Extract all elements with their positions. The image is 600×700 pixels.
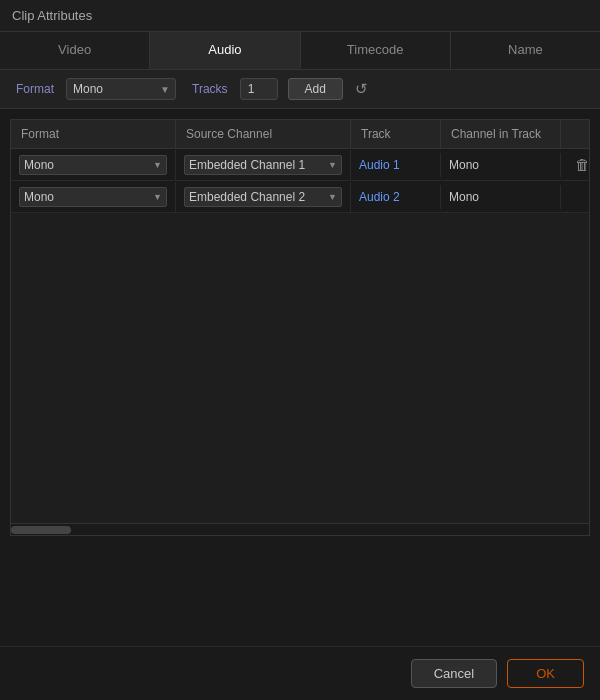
table-header: Format Source Channel Track Channel in T… <box>11 120 589 149</box>
toolbar: Format Mono Stereo 5.1 7.1 ▼ Tracks Add … <box>0 70 600 109</box>
scrollbar-container <box>10 524 590 536</box>
cell-channel-in-track-1: Mono <box>441 153 561 177</box>
format-select-wrap-1: Mono Stereo ▼ <box>19 155 167 175</box>
cell-source-channel-2: Embedded Channel 1 Embedded Channel 2 Em… <box>176 182 351 212</box>
tabs-row: Video Audio Timecode Name <box>0 32 600 70</box>
col-header-format: Format <box>11 120 176 148</box>
row1-track-link[interactable]: Audio 1 <box>359 158 400 172</box>
format-select-wrap: Mono Stereo 5.1 7.1 ▼ <box>66 78 176 100</box>
format-label: Format <box>16 82 54 96</box>
reset-icon[interactable]: ↺ <box>355 80 368 98</box>
footer: Cancel OK <box>0 646 600 700</box>
row1-format-select[interactable]: Mono Stereo <box>19 155 167 175</box>
format-select-wrap-2: Mono Stereo ▼ <box>19 187 167 207</box>
cell-delete-1: 🗑 <box>561 149 591 180</box>
cell-format-2: Mono Stereo ▼ <box>11 182 176 212</box>
source-channel-select-wrap-2: Embedded Channel 1 Embedded Channel 2 Em… <box>184 187 342 207</box>
cell-source-channel-1: Embedded Channel 1 Embedded Channel 2 Em… <box>176 150 351 180</box>
tab-audio[interactable]: Audio <box>150 32 300 69</box>
row1-channel-in-track: Mono <box>449 158 479 172</box>
title-bar: Clip Attributes <box>0 0 600 32</box>
cell-format-1: Mono Stereo ▼ <box>11 150 176 180</box>
cell-track-2: Audio 2 <box>351 185 441 209</box>
row1-delete-button[interactable]: 🗑 <box>569 154 596 175</box>
col-header-track: Track <box>351 120 441 148</box>
add-button[interactable]: Add <box>288 78 343 100</box>
source-channel-select-wrap-1: Embedded Channel 1 Embedded Channel 2 Em… <box>184 155 342 175</box>
row2-format-select[interactable]: Mono Stereo <box>19 187 167 207</box>
col-header-source-channel: Source Channel <box>176 120 351 148</box>
col-header-actions <box>561 120 591 148</box>
tab-name[interactable]: Name <box>451 32 600 69</box>
window-title: Clip Attributes <box>12 8 92 23</box>
cell-track-1: Audio 1 <box>351 153 441 177</box>
table-row: Mono Stereo ▼ Embedded Channel 1 Embedde… <box>11 181 589 213</box>
tracks-input[interactable] <box>240 78 278 100</box>
tab-video[interactable]: Video <box>0 32 150 69</box>
format-select[interactable]: Mono Stereo 5.1 7.1 <box>66 78 176 100</box>
row2-source-channel-select[interactable]: Embedded Channel 1 Embedded Channel 2 Em… <box>184 187 342 207</box>
tracks-label: Tracks <box>192 82 228 96</box>
row1-source-channel-select[interactable]: Embedded Channel 1 Embedded Channel 2 Em… <box>184 155 342 175</box>
cell-channel-in-track-2: Mono <box>441 185 561 209</box>
row2-track-link[interactable]: Audio 2 <box>359 190 400 204</box>
row2-channel-in-track: Mono <box>449 190 479 204</box>
tab-timecode[interactable]: Timecode <box>301 32 451 69</box>
table-row: Mono Stereo ▼ Embedded Channel 1 Embedde… <box>11 149 589 181</box>
empty-table-area <box>11 213 589 523</box>
cell-delete-2: 🗑 <box>561 181 591 212</box>
ok-button[interactable]: OK <box>507 659 584 688</box>
cancel-button[interactable]: Cancel <box>411 659 497 688</box>
table-wrapper: Format Source Channel Track Channel in T… <box>10 119 590 524</box>
col-header-channel-in-track: Channel in Track <box>441 120 561 148</box>
scrollbar-thumb[interactable] <box>11 526 71 534</box>
